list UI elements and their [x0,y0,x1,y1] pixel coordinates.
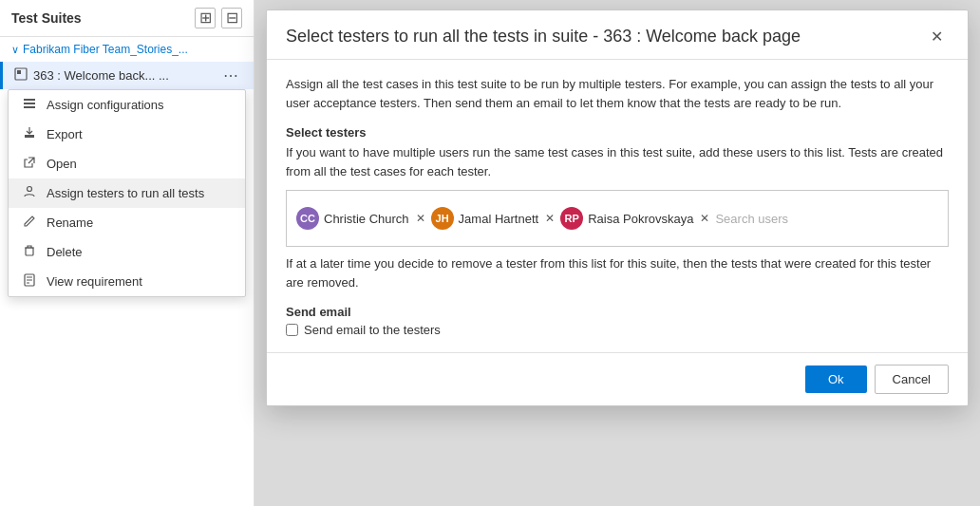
tester-remove-cc[interactable]: ✕ [416,212,425,225]
suite-more-button[interactable]: ⋯ [219,66,242,84]
tester-name-cc: Christie Church [324,212,409,226]
removal-note: If at a later time you decide to remove … [286,254,949,291]
svg-rect-5 [25,135,34,137]
menu-label-open: Open [47,157,77,171]
send-email-label[interactable]: Send email to the testers [304,323,441,337]
main-area: Select testers to run all the tests in s… [254,0,980,506]
select-testers-sub: If you want to have multiple users run t… [286,143,949,180]
tester-chip-cc: CC Christie Church ✕ [296,207,425,230]
export-icon [22,126,37,142]
delete-icon [22,244,37,260]
sidebar: Test Suites ⊞ ⊟ Fabrikam Fiber Team_Stor… [0,0,254,506]
menu-label-delete: Delete [47,245,83,259]
menu-item-assign-testers[interactable]: Assign testers to run all tests [9,178,245,208]
suite-item-left: 363 : Welcome back... ... [14,67,169,84]
tester-name-jh: Jamal Hartnett [459,212,539,226]
send-email-checkbox[interactable] [286,324,298,336]
avatar-cc: CC [296,207,319,230]
svg-rect-4 [24,106,35,108]
add-suite-button[interactable]: ⊞ [195,8,216,28]
menu-item-export[interactable]: Export [9,120,245,149]
ok-button[interactable]: Ok [805,365,867,393]
menu-item-open[interactable]: Open [9,149,245,178]
send-email-heading: Send email [286,305,949,319]
menu-item-view-req[interactable]: View requirement [9,267,245,296]
tester-chip-rp: RP Raisa Pokrovskaya ✕ [560,207,709,230]
suite-name: 363 : Welcome back... ... [33,68,169,83]
suite-icon [14,67,28,84]
tester-name-rp: Raisa Pokrovskaya [588,212,693,226]
dialog-body: Assign all the test cases in this test s… [267,60,968,352]
menu-item-assign-config[interactable]: Assign configurations [9,90,245,120]
avatar-jh: JH [431,207,454,230]
svg-rect-3 [24,103,35,104]
menu-label-rename: Rename [47,216,93,230]
testers-box[interactable]: CC Christie Church ✕ JH Jamal Hartnett ✕ [286,190,949,247]
dialog-footer: Ok Cancel [267,352,968,405]
dialog-close-button[interactable]: ✕ [925,26,949,47]
assign-config-icon [22,97,37,113]
menu-label-view-req: View requirement [47,274,142,289]
menu-label-assign-config: Assign configurations [47,98,164,112]
assign-testers-icon [22,185,37,201]
tester-chip-jh: JH Jamal Hartnett ✕ [431,207,556,230]
send-email-checkbox-row: Send email to the testers [286,323,949,337]
view-req-icon [22,273,37,290]
sidebar-title: Test Suites [11,10,82,26]
menu-label-export: Export [47,127,83,141]
svg-point-7 [28,187,32,192]
dialog: Select testers to run all the tests in s… [266,9,969,406]
tester-remove-rp[interactable]: ✕ [700,212,709,225]
overlay: Select testers to run all the tests in s… [254,0,980,506]
select-testers-heading: Select testers [286,125,949,140]
context-menu: Assign configurations Export Open [8,89,246,297]
sidebar-header-icons: ⊞ ⊟ [195,8,242,28]
open-icon [22,156,37,172]
rename-icon [22,215,37,231]
cancel-button[interactable]: Cancel [875,365,949,394]
svg-rect-1 [17,70,21,74]
suite-item[interactable]: 363 : Welcome back... ... ⋯ [0,62,254,89]
dialog-title: Select testers to run all the tests in s… [286,26,801,47]
svg-rect-8 [26,248,33,255]
menu-label-assign-testers: Assign testers to run all tests [47,186,204,200]
tester-remove-jh[interactable]: ✕ [545,212,555,225]
search-users[interactable]: Search users [715,210,788,228]
team-label[interactable]: Fabrikam Fiber Team_Stories_... [0,37,254,62]
remove-suite-button[interactable]: ⊟ [221,8,242,28]
dialog-header: Select testers to run all the tests in s… [267,10,968,60]
svg-rect-6 [25,137,34,138]
menu-item-rename[interactable]: Rename [9,208,245,237]
intro-text: Assign all the test cases in this test s… [286,75,949,112]
svg-rect-2 [24,99,35,101]
menu-item-delete[interactable]: Delete [9,237,245,267]
send-email-section: Send email Send email to the testers [286,305,949,337]
sidebar-header: Test Suites ⊞ ⊟ [0,0,254,37]
avatar-rp: RP [560,207,583,230]
